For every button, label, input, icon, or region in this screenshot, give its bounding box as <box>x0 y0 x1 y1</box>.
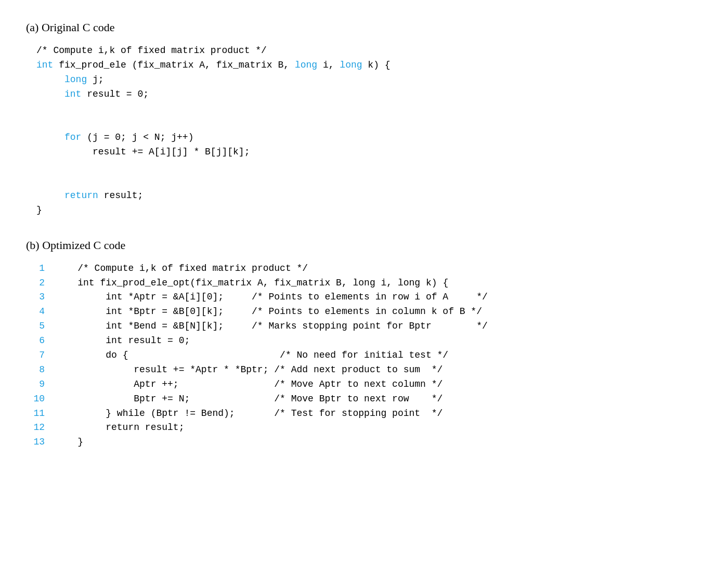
line-num-12: 12 <box>26 421 45 435</box>
code-line-a-blank1 <box>36 102 702 116</box>
code-line-a-blank4 <box>36 174 702 189</box>
line-num-7: 7 <box>26 348 45 363</box>
line-content-9: Aptr ++; /* Move Aptr to next column */ <box>55 377 443 392</box>
code-line-a-8: } <box>36 203 702 218</box>
code-line-b-9: 9 Aptr ++; /* Move Aptr to next column *… <box>26 377 702 392</box>
line-content-1: /* Compute i,k of fixed matrix product *… <box>55 262 308 276</box>
line-content-4: int *Bptr = &B[0][k]; /* Points to eleme… <box>55 305 482 319</box>
line-content-6: int result = 0; <box>55 334 190 348</box>
line-content-12: return result; <box>55 421 184 435</box>
line-num-10: 10 <box>26 392 45 407</box>
section-b: (b) Optimized C code 1 /* Compute i,k of… <box>26 239 702 450</box>
line-num-2: 2 <box>26 276 45 291</box>
code-line-a-5: for (j = 0; j < N; j++) <box>36 130 702 145</box>
code-line-b-2: 2 int fix_prod_ele_opt(fix_matrix A, fix… <box>26 276 702 291</box>
section-b-code: 1 /* Compute i,k of fixed matrix product… <box>26 262 702 450</box>
code-line-b-6: 6 int result = 0; <box>26 334 702 348</box>
line-content-8: result += *Aptr * *Bptr; /* Add next pro… <box>55 363 443 377</box>
line-num-11: 11 <box>26 407 45 421</box>
line-num-3: 3 <box>26 290 45 305</box>
line-num-5: 5 <box>26 319 45 334</box>
code-line-b-3: 3 int *Aptr = &A[i][0]; /* Points to ele… <box>26 290 702 305</box>
code-line-a-3: long j; <box>36 73 702 87</box>
code-line-b-4: 4 int *Bptr = &B[0][k]; /* Points to ele… <box>26 305 702 319</box>
code-line-a-4: int result = 0; <box>36 87 702 102</box>
line-content-11: } while (Bptr != Bend); /* Test for stop… <box>55 407 443 421</box>
line-num-9: 9 <box>26 377 45 392</box>
code-line-b-1: 1 /* Compute i,k of fixed matrix product… <box>26 262 702 276</box>
code-line-b-13: 13 } <box>26 435 702 450</box>
section-a-label: (a) Original C code <box>26 21 702 34</box>
code-line-a-2: int fix_prod_ele (fix_matrix A, fix_matr… <box>36 58 702 73</box>
line-num-4: 4 <box>26 305 45 319</box>
code-line-b-5: 5 int *Bend = &B[N][k]; /* Marks stoppin… <box>26 319 702 334</box>
line-num-8: 8 <box>26 363 45 377</box>
code-line-b-8: 8 result += *Aptr * *Bptr; /* Add next p… <box>26 363 702 377</box>
line-content-13: } <box>55 435 83 450</box>
line-num-6: 6 <box>26 334 45 348</box>
line-content-7: do { /* No need for initial test */ <box>55 348 448 363</box>
code-line-a-6: result += A[i][j] * B[j][k]; <box>36 145 702 160</box>
code-line-b-7: 7 do { /* No need for initial test */ <box>26 348 702 363</box>
section-b-label: (b) Optimized C code <box>26 239 702 252</box>
line-num-13: 13 <box>26 435 45 450</box>
code-line-b-12: 12 return result; <box>26 421 702 435</box>
code-line-a-7: return result; <box>36 189 702 203</box>
section-a-code: /* Compute i,k of fixed matrix product *… <box>26 44 702 218</box>
line-content-2: int fix_prod_ele_opt(fix_matrix A, fix_m… <box>55 276 448 291</box>
code-line-a-1: /* Compute i,k of fixed matrix product *… <box>36 44 702 58</box>
code-line-b-11: 11 } while (Bptr != Bend); /* Test for s… <box>26 407 702 421</box>
code-line-a-blank2 <box>36 116 702 130</box>
line-content-3: int *Aptr = &A[i][0]; /* Points to eleme… <box>55 290 488 305</box>
line-num-1: 1 <box>26 262 45 276</box>
section-a: (a) Original C code /* Compute i,k of fi… <box>26 21 702 218</box>
line-content-10: Bptr += N; /* Move Bptr to next row */ <box>55 392 443 407</box>
line-content-5: int *Bend = &B[N][k]; /* Marks stopping … <box>55 319 488 334</box>
code-line-a-blank3 <box>36 160 702 174</box>
code-line-b-10: 10 Bptr += N; /* Move Bptr to next row *… <box>26 392 702 407</box>
